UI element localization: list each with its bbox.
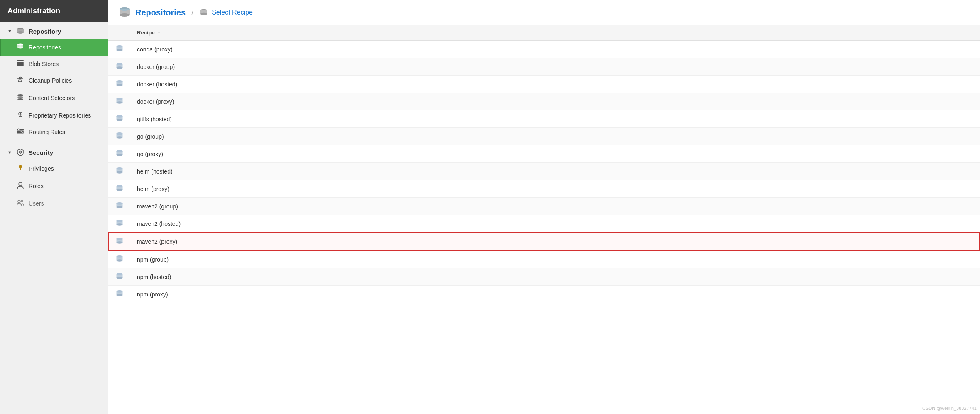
table-row[interactable]: go (group) [108, 128, 980, 145]
svg-point-37 [116, 45, 122, 48]
row-db-icon [115, 114, 124, 122]
recipe-table: Recipe ↑ conda (proxy) docker (group) do… [108, 25, 980, 303]
table-row[interactable]: maven2 (proxy) [108, 233, 980, 250]
table-row[interactable]: docker (hosted) [108, 76, 980, 93]
row-db-icon [115, 184, 124, 192]
row-icon-cell [108, 110, 130, 128]
table-row[interactable]: conda (proxy) [108, 40, 980, 58]
svg-point-52 [116, 119, 122, 121]
table-row[interactable]: npm (proxy) [108, 286, 980, 303]
row-icon-cell [108, 128, 130, 145]
row-recipe-name[interactable]: docker (hosted) [130, 76, 980, 93]
row-icon-cell [108, 215, 130, 233]
svg-point-64 [116, 171, 122, 174]
table-row[interactable]: docker (proxy) [108, 93, 980, 110]
row-recipe-name[interactable]: maven2 (hosted) [130, 215, 980, 233]
row-recipe-name[interactable]: maven2 (group) [130, 198, 980, 215]
svg-rect-6 [17, 60, 24, 61]
svg-point-49 [116, 98, 122, 100]
svg-point-21 [19, 165, 22, 168]
row-recipe-name[interactable]: go (group) [130, 128, 980, 145]
row-icon-cell [108, 180, 130, 198]
svg-rect-15 [17, 131, 24, 132]
breadcrumb-sub-icon [199, 8, 208, 17]
sidebar-item-roles[interactable]: Roles [0, 177, 108, 195]
row-icon-cell [108, 93, 130, 110]
recipe-column-header: Recipe ↑ [130, 25, 980, 40]
sidebar-item-routing-rules[interactable]: Routing Rules [0, 124, 108, 140]
svg-point-65 [116, 167, 122, 170]
row-db-icon [115, 149, 124, 157]
svg-point-18 [21, 130, 22, 132]
table-header-row: Recipe ↑ [108, 25, 980, 40]
svg-point-73 [116, 202, 122, 205]
row-recipe-name[interactable]: conda (proxy) [130, 40, 980, 58]
row-recipe-name[interactable]: maven2 (proxy) [130, 233, 980, 250]
roles-label: Roles [29, 183, 44, 189]
svg-point-11 [17, 98, 23, 100]
row-recipe-name[interactable]: npm (proxy) [130, 286, 980, 303]
row-recipe-name[interactable]: npm (hosted) [130, 268, 980, 286]
privileges-label: Privileges [29, 165, 54, 172]
svg-point-41 [116, 63, 122, 65]
table-row[interactable]: maven2 (hosted) [108, 215, 980, 233]
svg-point-24 [19, 182, 22, 186]
row-icon-cell [108, 40, 130, 58]
repositories-icon [16, 43, 24, 52]
row-recipe-name[interactable]: npm (group) [130, 250, 980, 268]
sidebar-item-cleanup-policies[interactable]: Cleanup Policies [0, 72, 108, 89]
row-recipe-name[interactable]: go (proxy) [130, 145, 980, 163]
svg-point-40 [116, 66, 122, 69]
row-db-icon [115, 62, 124, 70]
svg-point-26 [21, 200, 23, 202]
row-db-icon [115, 255, 124, 263]
content-selectors-icon [16, 93, 24, 103]
svg-rect-8 [17, 64, 24, 66]
table-row[interactable]: maven2 (group) [108, 198, 980, 215]
table-row[interactable]: docker (group) [108, 58, 980, 76]
svg-point-53 [116, 115, 122, 118]
row-recipe-name[interactable]: helm (proxy) [130, 180, 980, 198]
repository-section-icon [16, 27, 24, 35]
row-db-icon [115, 167, 124, 175]
row-db-icon [115, 272, 124, 280]
svg-point-92 [116, 294, 122, 296]
row-recipe-name[interactable]: docker (proxy) [130, 93, 980, 110]
sidebar-item-users[interactable]: Users [0, 195, 108, 212]
svg-point-80 [117, 241, 123, 244]
table-row[interactable]: npm (hosted) [108, 268, 980, 286]
svg-point-17 [18, 129, 20, 130]
row-recipe-name[interactable]: helm (hosted) [130, 163, 980, 180]
table-row[interactable]: go (proxy) [108, 145, 980, 163]
sidebar-section-security[interactable]: ▼ Security [0, 143, 108, 160]
sidebar-item-privileges[interactable]: Privileges [0, 160, 108, 177]
svg-point-45 [116, 80, 122, 83]
svg-point-76 [116, 223, 122, 226]
row-recipe-name[interactable]: docker (group) [130, 58, 980, 76]
svg-point-19 [22, 132, 23, 134]
sidebar-item-proprietary-repos[interactable]: Proprietary Repositories [0, 107, 108, 124]
sidebar-item-content-selectors[interactable]: Content Selectors [0, 89, 108, 107]
table-row[interactable]: gitlfs (hosted) [108, 110, 980, 128]
svg-point-13 [20, 113, 21, 115]
row-db-icon [115, 219, 124, 227]
blob-stores-label: Blob Stores [29, 61, 59, 67]
svg-point-29 [120, 13, 130, 17]
privileges-icon [16, 164, 24, 173]
svg-point-36 [116, 49, 122, 51]
row-icon-cell [108, 145, 130, 163]
sidebar-item-repositories[interactable]: Repositories [0, 39, 108, 56]
table-row[interactable]: helm (proxy) [108, 180, 980, 198]
row-icon-cell [108, 76, 130, 93]
table-row[interactable]: helm (hosted) [108, 163, 980, 180]
breadcrumb-repositories[interactable]: Repositories [135, 8, 186, 17]
users-label: Users [29, 200, 44, 207]
svg-point-81 [117, 238, 123, 240]
table-row[interactable]: npm (group) [108, 250, 980, 268]
svg-point-89 [116, 273, 122, 275]
row-recipe-name[interactable]: gitlfs (hosted) [130, 110, 980, 128]
sidebar-section-security-label: Security [29, 149, 53, 156]
sidebar-section-repository[interactable]: ▼ Repository [0, 22, 108, 39]
sidebar-item-blob-stores[interactable]: Blob Stores [0, 56, 108, 72]
watermark: CSDN @weixin_38327741 [922, 406, 977, 411]
